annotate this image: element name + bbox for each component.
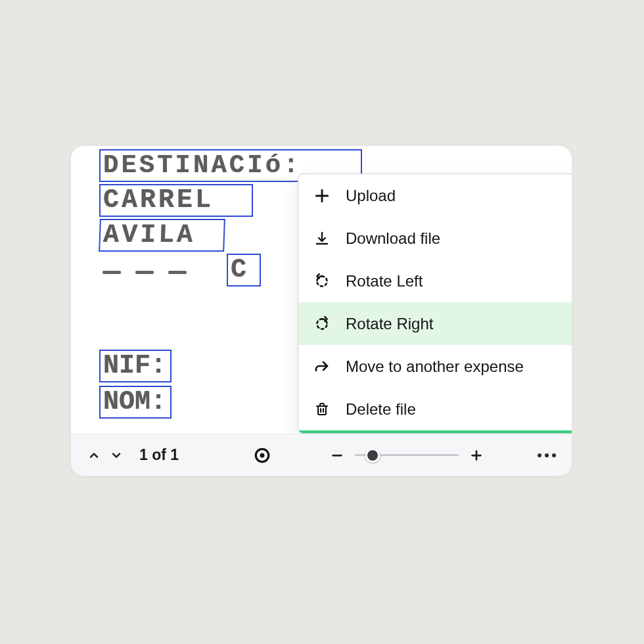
menu-item-download[interactable]: Download file xyxy=(298,217,572,260)
rotate-right-icon xyxy=(313,315,331,333)
minus-icon xyxy=(330,448,344,463)
plus-icon xyxy=(313,187,331,205)
zoom-controls xyxy=(327,446,486,465)
ocr-text: C xyxy=(231,257,249,283)
page-next-button[interactable] xyxy=(105,444,127,467)
dot-icon xyxy=(552,453,556,457)
ocr-text: DESTINACIó: xyxy=(103,153,301,179)
rotate-left-icon xyxy=(313,272,331,290)
zoom-slider-thumb[interactable] xyxy=(365,448,380,463)
ocr-box-nif[interactable]: NIF: xyxy=(99,350,172,382)
reset-view-button[interactable] xyxy=(252,446,272,465)
ocr-text: NOM: xyxy=(103,389,166,415)
viewer-toolbar: 1 of 1 xyxy=(71,434,572,476)
menu-item-label: Rotate Left xyxy=(346,272,423,290)
menu-item-move[interactable]: Move to another expense xyxy=(298,345,572,388)
menu-item-label: Rotate Right xyxy=(346,315,433,333)
dot-icon xyxy=(545,453,549,457)
arrow-right-icon xyxy=(313,357,331,376)
svg-point-6 xyxy=(260,453,265,457)
menu-item-rotate-right[interactable]: Rotate Right xyxy=(298,302,572,345)
ocr-box-nom[interactable]: NOM: xyxy=(99,386,172,419)
zoom-slider[interactable] xyxy=(355,448,459,463)
menu-item-upload[interactable]: Upload xyxy=(298,174,572,217)
page-indicator: 1 of 1 xyxy=(139,446,179,464)
file-viewer: DESTINACIó: CARREL AVILA C NIF: NOM: Upl… xyxy=(71,146,572,476)
ocr-box-c[interactable]: C xyxy=(227,254,261,287)
ocr-text: NIF: xyxy=(103,353,166,379)
target-icon xyxy=(254,447,271,464)
more-actions-button[interactable] xyxy=(534,446,560,465)
ocr-box-carrel[interactable]: CARREL xyxy=(99,184,253,217)
chevron-down-icon xyxy=(110,449,123,462)
chevron-up-icon xyxy=(87,449,101,462)
trash-icon xyxy=(313,400,331,419)
zoom-out-button[interactable] xyxy=(327,446,347,465)
ocr-text: AVILA xyxy=(103,222,195,248)
file-actions-menu: Upload Download file Rotate Left Rotate … xyxy=(298,173,572,434)
svg-rect-2 xyxy=(318,406,326,415)
ocr-text: CARREL xyxy=(103,187,214,214)
ocr-separator-dots xyxy=(103,271,187,274)
ocr-box-avila[interactable]: AVILA xyxy=(99,219,225,252)
menu-accent-bar xyxy=(298,430,572,433)
plus-icon xyxy=(469,448,484,463)
menu-item-delete[interactable]: Delete file xyxy=(298,388,572,430)
menu-item-label: Delete file xyxy=(346,400,416,419)
zoom-in-button[interactable] xyxy=(467,446,486,465)
menu-item-label: Download file xyxy=(346,229,440,248)
dot-icon xyxy=(538,453,541,457)
download-icon xyxy=(313,229,331,248)
menu-item-label: Upload xyxy=(346,187,396,205)
menu-item-rotate-left[interactable]: Rotate Left xyxy=(298,260,572,302)
page-prev-button[interactable] xyxy=(83,444,105,467)
menu-item-label: Move to another expense xyxy=(346,357,524,376)
